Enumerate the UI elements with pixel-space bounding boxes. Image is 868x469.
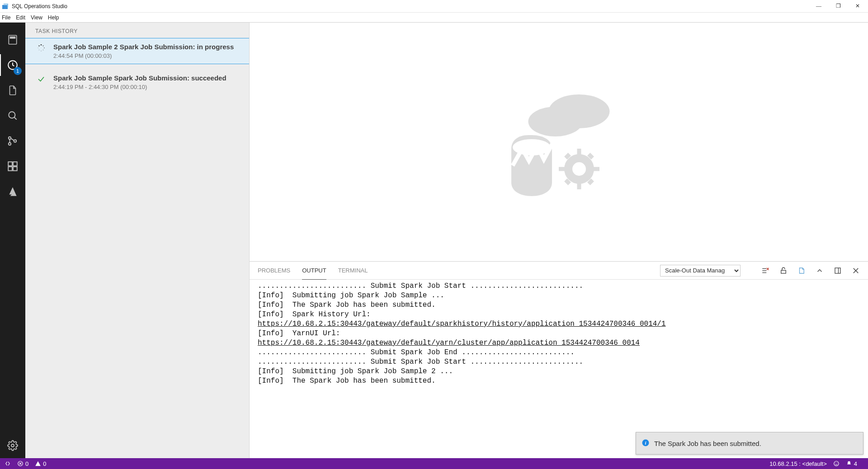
svg-point-50 — [834, 461, 839, 466]
svg-point-26 — [572, 162, 586, 176]
toast-message: The Spark Job has been submitted. — [654, 440, 761, 447]
svg-point-23 — [528, 107, 583, 136]
svg-point-20 — [38, 47, 39, 48]
menu-edit[interactable]: Edit — [16, 14, 25, 21]
close-panel-icon[interactable] — [852, 267, 860, 275]
activity-settings[interactable] — [0, 433, 25, 458]
tab-output[interactable]: OUTPUT — [302, 262, 326, 280]
output-channel-select[interactable]: Scale-Out Data Manag — [660, 265, 741, 277]
svg-rect-12 — [13, 167, 17, 171]
svg-rect-10 — [13, 162, 17, 166]
editor-area: PROBLEMS OUTPUT TERMINAL Scale-Out Data … — [250, 23, 868, 458]
status-feedback[interactable] — [833, 460, 840, 467]
maximize-button[interactable]: ❐ — [833, 1, 844, 11]
svg-rect-30 — [559, 167, 566, 171]
collapse-icon[interactable] — [816, 267, 824, 275]
svg-point-51 — [835, 463, 835, 463]
task-text: Spark Job Sample 2 Spark Job Submission:… — [53, 43, 243, 59]
svg-point-15 — [42, 45, 43, 46]
statusbar: 0 0 10.68.2.15 : <default> 4 — [0, 458, 868, 469]
svg-point-17 — [43, 50, 44, 51]
menu-help[interactable]: Help — [48, 14, 59, 21]
svg-point-7 — [9, 143, 11, 145]
task-meta: 2:44:19 PM - 2:44:30 PM (00:00:10) — [53, 84, 243, 90]
status-notifications[interactable]: 4 — [846, 460, 857, 467]
tab-terminal[interactable]: TERMINAL — [338, 262, 368, 280]
activity-extensions[interactable] — [0, 154, 25, 179]
activity-servers[interactable] — [0, 27, 25, 52]
status-remote[interactable] — [5, 460, 11, 467]
sidebar-task-history: TASK HISTORY Spark Job Sample 2 Spark Jo… — [25, 23, 250, 458]
activitybar: 1 — [0, 23, 25, 458]
svg-point-52 — [837, 463, 837, 463]
svg-point-8 — [14, 140, 16, 142]
app-icon — [2, 3, 9, 10]
svg-rect-41 — [835, 268, 840, 273]
task-history-badge: 1 — [14, 67, 22, 75]
window-controls: — ❐ ✕ — [813, 1, 863, 11]
watermark-icon — [491, 74, 627, 210]
status-warnings-count: 0 — [43, 460, 46, 467]
svg-rect-28 — [577, 183, 581, 189]
close-button[interactable]: ✕ — [853, 1, 863, 11]
svg-rect-11 — [8, 167, 12, 171]
svg-point-21 — [38, 45, 39, 46]
titlebar: SQL Operations Studio — ❐ ✕ — [0, 0, 868, 13]
menu-file[interactable]: File — [2, 14, 10, 21]
maximize-panel-icon[interactable] — [834, 267, 842, 275]
svg-point-13 — [11, 444, 14, 447]
panel-actions — [761, 267, 860, 275]
svg-point-19 — [39, 50, 40, 51]
lock-scroll-icon[interactable] — [779, 267, 788, 275]
task-title: Spark Job Sample Spark Job Submission: s… — [53, 74, 243, 82]
svg-point-6 — [9, 137, 11, 139]
task-text: Spark Job Sample Spark Job Submission: s… — [53, 74, 243, 90]
status-notif-count: 4 — [854, 460, 857, 467]
menubar: File Edit View Help — [0, 13, 868, 23]
workbench: 1 TASK HISTORY Spark Job Sampl — [0, 23, 868, 458]
spinner-icon — [36, 43, 46, 59]
checkmark-icon — [36, 74, 46, 90]
status-connection-text: 10.68.2.15 : <default> — [769, 460, 827, 467]
svg-rect-9 — [8, 162, 12, 166]
svg-point-14 — [41, 44, 42, 46]
activity-source-control[interactable] — [0, 128, 25, 154]
svg-point-18 — [41, 51, 42, 52]
svg-rect-2 — [10, 37, 15, 38]
svg-rect-0 — [2, 5, 8, 9]
status-errors[interactable]: 0 — [17, 460, 28, 467]
status-warnings[interactable]: 0 — [35, 460, 46, 467]
activity-azure[interactable] — [0, 179, 25, 204]
tab-problems[interactable]: PROBLEMS — [258, 262, 290, 280]
open-log-icon[interactable] — [797, 267, 806, 275]
info-icon: i — [642, 439, 650, 448]
task-item[interactable]: Spark Job Sample 2 Spark Job Submission:… — [25, 38, 249, 64]
svg-line-5 — [14, 117, 16, 119]
editor-watermark — [250, 23, 868, 261]
panel: PROBLEMS OUTPUT TERMINAL Scale-Out Data … — [250, 261, 868, 458]
task-meta: 2:44:54 PM (00:00:03) — [53, 52, 243, 59]
clear-output-icon[interactable] — [761, 267, 769, 275]
output-body[interactable]: ......................... Submit Spark J… — [250, 280, 868, 458]
svg-rect-40 — [781, 270, 786, 273]
svg-point-16 — [44, 47, 45, 48]
activity-search[interactable] — [0, 103, 25, 128]
task-title: Spark Job Sample 2 Spark Job Submission:… — [53, 43, 243, 51]
svg-rect-27 — [577, 149, 581, 155]
menu-view[interactable]: View — [31, 14, 42, 21]
status-errors-count: 0 — [25, 460, 28, 467]
notification-toast[interactable]: i The Spark Job has been submitted. — [636, 432, 863, 455]
sidebar-header: TASK HISTORY — [25, 23, 249, 38]
task-item[interactable]: Spark Job Sample Spark Job Submission: s… — [25, 70, 249, 95]
svg-text:i: i — [645, 440, 646, 445]
window-title: SQL Operations Studio — [12, 3, 813, 9]
activity-explorer[interactable] — [0, 78, 25, 103]
minimize-button[interactable]: — — [813, 1, 824, 11]
status-connection[interactable]: 10.68.2.15 : <default> — [769, 460, 827, 467]
activity-task-history[interactable]: 1 — [0, 52, 25, 78]
panel-tabs: PROBLEMS OUTPUT TERMINAL Scale-Out Data … — [250, 262, 868, 280]
svg-rect-29 — [593, 167, 599, 171]
